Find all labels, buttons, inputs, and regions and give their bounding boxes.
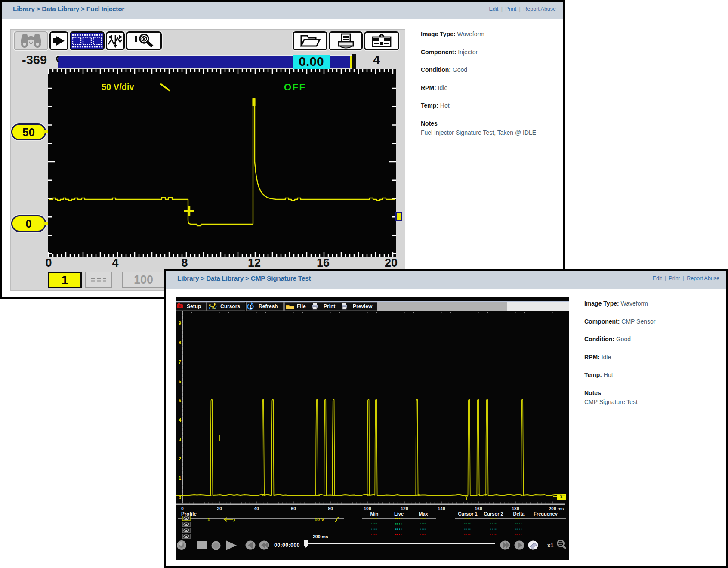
svg-text:Live: Live (394, 511, 404, 516)
svg-text:4: 4 (179, 417, 182, 423)
svg-text:Refresh: Refresh (259, 303, 278, 309)
svg-text:200: 200 (549, 506, 556, 511)
svg-text:0: 0 (181, 506, 184, 511)
svg-text:OFF: OFF (284, 82, 306, 93)
svg-text:Cursor 1: Cursor 1 (458, 511, 477, 516)
svg-text:120: 120 (401, 506, 408, 511)
svg-text:x1: x1 (547, 542, 553, 549)
svg-text:7: 7 (179, 359, 181, 364)
svg-text:Delta: Delta (513, 511, 525, 516)
svg-text:20: 20 (217, 506, 222, 511)
svg-text:File: File (297, 303, 306, 309)
svg-text:Setup: Setup (187, 303, 201, 309)
svg-text:1: 1 (250, 305, 252, 309)
svg-text:Print: Print (324, 303, 335, 309)
svg-text:140: 140 (438, 506, 445, 511)
svg-text:2: 2 (179, 456, 181, 461)
svg-text:6: 6 (179, 379, 181, 384)
svg-text:Max: Max (419, 511, 428, 516)
svg-text:1: 1 (179, 475, 181, 481)
svg-text:1: 1 (207, 517, 210, 522)
svg-text:100: 100 (364, 506, 371, 511)
svg-text:Cursor 2: Cursor 2 (484, 511, 503, 516)
svg-text:Cursors: Cursors (220, 303, 240, 309)
svg-text:2: 2 (233, 519, 235, 523)
svg-text:Min: Min (370, 511, 379, 516)
svg-text:80: 80 (328, 506, 333, 511)
svg-text:40: 40 (254, 506, 259, 511)
svg-text:00:00:000: 00:00:000 (274, 542, 300, 548)
svg-text:50 V/div: 50 V/div (102, 82, 134, 92)
svg-text:60: 60 (291, 506, 296, 511)
svg-text:Profile: Profile (181, 511, 197, 516)
svg-text:Preview: Preview (353, 303, 373, 309)
svg-text:10 V: 10 V (315, 517, 324, 522)
svg-text:Frequency: Frequency (534, 511, 558, 516)
svg-text:180: 180 (512, 506, 519, 511)
svg-text:ms: ms (557, 506, 564, 511)
svg-text:8: 8 (179, 340, 181, 345)
svg-text:5: 5 (179, 398, 181, 403)
svg-text:200 ms: 200 ms (313, 534, 328, 539)
svg-text:9: 9 (179, 321, 181, 326)
svg-text:160: 160 (475, 506, 482, 511)
svg-text:3: 3 (179, 437, 181, 442)
